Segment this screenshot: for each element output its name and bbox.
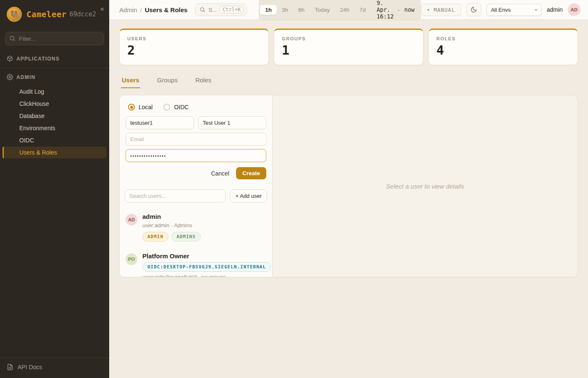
api-docs-label: API Docs: [18, 364, 42, 370]
current-user-name: admin: [547, 6, 563, 13]
user-meta: user:admin · Admins: [142, 222, 201, 228]
breadcrumb-parent[interactable]: Admin: [119, 6, 137, 13]
radio-local[interactable]: Local: [128, 104, 152, 110]
radio-unselected-icon: [163, 104, 170, 110]
shortcut-badge: Ctrl+K: [220, 6, 244, 13]
breadcrumb-separator: /: [140, 6, 142, 13]
time-display[interactable]: 9. Apr. 16:12 – now: [371, 0, 420, 20]
cancel-button[interactable]: Cancel: [211, 170, 229, 177]
stat-label: ROLES: [436, 36, 570, 41]
time-range-1h[interactable]: 1h: [260, 5, 277, 15]
time-range-6h[interactable]: 6h: [293, 5, 310, 15]
name-fields: [126, 116, 266, 129]
manual-label: MANUAL: [434, 7, 455, 13]
global-search-button[interactable]: S... Ctrl+K: [195, 3, 247, 16]
create-user-form: Local OIDC Can: [120, 95, 272, 184]
password-field-row: [126, 149, 266, 162]
username-field[interactable]: [126, 116, 194, 129]
sidebar-collapse-icon[interactable]: «: [100, 5, 104, 13]
stat-label: USERS: [127, 36, 261, 41]
user-row-content: Platform Owner OIDC:DESKTOP-FB5VGJ9.SIEG…: [142, 252, 271, 277]
main-content: USERS 2 GROUPS 1 ROLES 4 Users Groups Ro…: [109, 20, 588, 378]
user-avatar[interactable]: AD: [568, 3, 580, 16]
stat-card-users: USERS 2: [119, 29, 269, 65]
sidebar-item-oidc[interactable]: OIDC: [3, 134, 107, 146]
section-admin-label: ADMIN: [16, 74, 35, 80]
add-user-button[interactable]: + Add user: [230, 189, 267, 202]
search-icon: [200, 7, 205, 13]
dark-mode-toggle[interactable]: [466, 3, 481, 16]
tabs: Users Groups Roles: [119, 74, 578, 88]
moon-icon: [470, 6, 477, 13]
header-actions: • MANUAL All Envs ▾ admin AD: [421, 3, 580, 16]
sidebar-filter: [5, 32, 104, 45]
filter-input[interactable]: [5, 32, 104, 45]
time-range-24h[interactable]: 24h: [335, 5, 354, 15]
stat-card-roles: ROLES 4: [428, 29, 578, 65]
user-meta: user:oidc:8evzqofluhld · no groups: [142, 274, 271, 277]
stat-value: 2: [127, 43, 261, 58]
display-name-field[interactable]: [198, 116, 267, 129]
app-version: 69dcce2: [70, 10, 96, 18]
breadcrumb: Admin / Users & Roles: [119, 6, 187, 13]
create-button[interactable]: Create: [236, 167, 266, 179]
radio-local-label: Local: [139, 104, 152, 110]
time-display-end: now: [404, 6, 415, 13]
section-admin[interactable]: ADMIN: [0, 70, 109, 84]
user-search-row: + Add user: [120, 184, 272, 207]
app-name: Cameleer: [26, 10, 67, 19]
oidc-provider-badge: OIDC:DESKTOP-FB5VGJ9.SIEGELN.INTERNAL: [142, 262, 271, 272]
email-field-row: [126, 133, 266, 146]
search-icon: [9, 35, 16, 42]
document-icon: [7, 364, 13, 370]
status-dot: •: [427, 7, 430, 13]
sidebar-item-audit-log[interactable]: Audit Log: [3, 86, 107, 97]
app-logo-icon: [7, 7, 22, 22]
user-row-admin[interactable]: AD admin user:admin · Admins ADMIN ADMIN…: [120, 207, 272, 247]
time-display-separator: –: [397, 7, 400, 13]
role-badge-admin: ADMIN: [142, 232, 168, 242]
api-docs-link[interactable]: API Docs: [0, 357, 109, 378]
breadcrumb-current: Users & Roles: [145, 6, 188, 13]
manual-refresh-button[interactable]: • MANUAL: [421, 4, 461, 16]
stats-row: USERS 2 GROUPS 1 ROLES 4: [119, 29, 578, 65]
auth-type-options: Local OIDC: [128, 104, 265, 110]
sidebar: Cameleer 69dcce2 « APPLICATIONS ADMIN Au…: [0, 0, 109, 378]
time-display-start: 9. Apr. 16:12: [377, 0, 394, 20]
sidebar-item-environments[interactable]: Environments: [3, 122, 107, 134]
sidebar-item-database[interactable]: Database: [3, 110, 107, 122]
brand: Cameleer 69dcce2 «: [0, 0, 109, 28]
avatar: PO: [126, 253, 137, 265]
sidebar-item-clickhouse[interactable]: ClickHouse: [3, 98, 107, 110]
radio-oidc-label: OIDC: [174, 104, 189, 110]
environment-select[interactable]: All Envs ▾: [486, 4, 542, 16]
user-detail-panel: Select a user to view details: [273, 95, 578, 277]
password-field[interactable]: [126, 149, 266, 162]
user-row-content: admin user:admin · Admins ADMIN ADMINS: [142, 213, 201, 242]
radio-selected-icon: [128, 104, 135, 110]
user-row-platform-owner[interactable]: PO Platform Owner OIDC:DESKTOP-FB5VGJ9.S…: [120, 247, 272, 277]
time-range-7d[interactable]: 7d: [354, 5, 371, 15]
stat-label: GROUPS: [282, 36, 415, 41]
radio-oidc[interactable]: OIDC: [163, 104, 189, 110]
users-panel: Local OIDC Can: [119, 95, 578, 277]
email-field[interactable]: [126, 133, 266, 146]
users-column: Local OIDC Can: [120, 95, 273, 277]
tab-users[interactable]: Users: [121, 74, 140, 88]
chevron-down-icon: ▾: [535, 8, 537, 12]
tab-groups[interactable]: Groups: [156, 74, 178, 88]
stat-value: 4: [436, 43, 570, 58]
sidebar-item-users-roles[interactable]: Users & Roles: [3, 147, 107, 158]
top-header: Admin / Users & Roles S... Ctrl+K 1h 3h …: [109, 0, 588, 20]
user-name: admin: [142, 213, 201, 220]
stat-value: 1: [282, 43, 415, 58]
time-range-3h[interactable]: 3h: [277, 5, 293, 15]
avatar: AD: [126, 214, 137, 226]
section-applications[interactable]: APPLICATIONS: [0, 51, 109, 66]
section-applications-label: APPLICATIONS: [16, 56, 60, 62]
badge-row: ADMIN ADMINS: [142, 232, 201, 242]
search-users-input[interactable]: [125, 189, 226, 202]
tab-roles[interactable]: Roles: [194, 74, 212, 88]
time-range-today[interactable]: Today: [310, 5, 335, 15]
user-name: Platform Owner: [142, 252, 271, 260]
